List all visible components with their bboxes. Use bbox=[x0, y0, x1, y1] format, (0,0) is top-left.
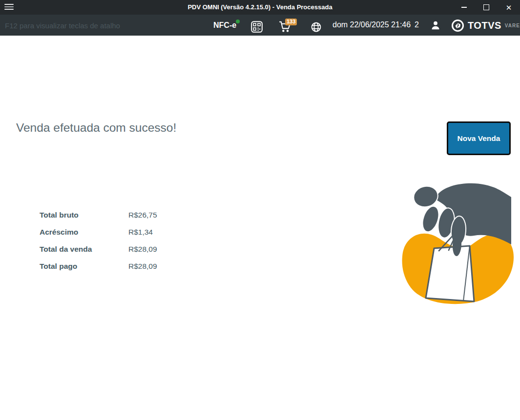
total-label: Total bruto bbox=[40, 211, 128, 220]
terminal-counter: 2 bbox=[415, 20, 419, 29]
total-value: R$28,09 bbox=[128, 245, 157, 254]
total-label: Total da venda bbox=[40, 245, 128, 254]
total-value: R$26,75 bbox=[128, 211, 157, 220]
shopping-bag-illustration bbox=[398, 182, 520, 312]
total-row-pago: Total pago R$28,09 bbox=[40, 258, 157, 275]
datetime-display: dom 22/06/2025 21:46 bbox=[333, 20, 411, 29]
globe-icon[interactable] bbox=[311, 21, 322, 35]
total-row-venda: Total da venda R$28,09 bbox=[40, 240, 157, 258]
brand-segment: VAREJO bbox=[505, 23, 520, 28]
close-button[interactable]: ✕ bbox=[498, 0, 520, 15]
shortcut-hint: F12 para visualizar teclas de atalho bbox=[5, 21, 120, 30]
total-value: R$1,34 bbox=[128, 228, 153, 237]
close-icon: ✕ bbox=[506, 4, 512, 11]
totvs-logo-icon bbox=[451, 19, 464, 32]
cart-button[interactable]: 133 bbox=[279, 21, 291, 35]
user-icon[interactable] bbox=[430, 20, 441, 33]
minimize-button[interactable] bbox=[453, 0, 475, 15]
sale-totals: Total bruto R$26,75 Acréscimo R$1,34 Tot… bbox=[40, 206, 157, 275]
nfce-label: NFC-e bbox=[213, 21, 236, 29]
brand-logo: TOTVS VAREJO bbox=[451, 19, 520, 32]
maximize-button[interactable] bbox=[475, 0, 498, 15]
titlebar: PDV OMNI (Versão 4.2.15.0) - Venda Proce… bbox=[0, 0, 520, 15]
total-label: Acréscimo bbox=[40, 228, 128, 237]
total-value: R$28,09 bbox=[128, 262, 157, 271]
window-title: PDV OMNI (Versão 4.2.15.0) - Venda Proce… bbox=[0, 0, 520, 15]
app-header: F12 para visualizar teclas de atalho NFC… bbox=[0, 15, 520, 36]
total-label: Total pago bbox=[40, 262, 128, 271]
window-controls: ✕ bbox=[453, 0, 520, 15]
brand-name: TOTVS bbox=[468, 20, 501, 31]
nfce-status-dot bbox=[236, 20, 240, 23]
maximize-icon bbox=[483, 4, 489, 10]
qr-code-icon[interactable] bbox=[251, 21, 263, 35]
total-row-bruto: Total bruto R$26,75 bbox=[40, 206, 157, 223]
total-row-acrescimo: Acréscimo R$1,34 bbox=[40, 223, 157, 240]
nfce-status[interactable]: NFC-e bbox=[213, 21, 236, 30]
new-sale-button[interactable]: Nova Venda bbox=[447, 121, 511, 155]
minimize-icon bbox=[461, 7, 467, 8]
cart-badge: 133 bbox=[285, 19, 297, 25]
success-message: Venda efetuada com sucesso! bbox=[16, 121, 176, 135]
